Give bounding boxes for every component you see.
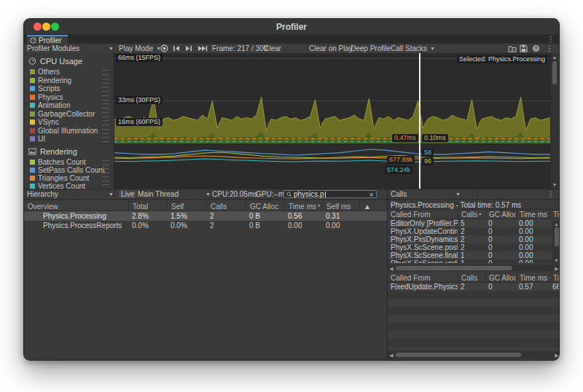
toolbar-menu-icon[interactable]: ⋮	[546, 44, 553, 53]
column-warning[interactable]: ▲	[359, 201, 387, 211]
legend-item-animation[interactable]: Animation	[24, 101, 114, 109]
play-mode-dropdown[interactable]: Play Mode▼	[119, 44, 161, 53]
legend-item-others[interactable]: Others	[24, 68, 114, 76]
table-row[interactable]: Physics.Processing 2.8%1.5% 20 B 0.560.3…	[24, 211, 387, 221]
calls-to-hscrollbar[interactable]: ◀ ▶	[388, 351, 560, 358]
save-profile-button[interactable]	[520, 44, 528, 53]
drag-handle-icon[interactable]	[102, 176, 109, 181]
rendering-chart[interactable]	[114, 144, 550, 189]
deep-profile-toggle[interactable]: Deep Profile	[351, 44, 391, 53]
called-from-hscrollbar[interactable]: ◀ ▶	[388, 264, 560, 271]
module-header-rendering[interactable]: Rendering	[24, 146, 114, 157]
table-row[interactable]: PhysX.ScScene.finalizatic100.00	[388, 251, 560, 259]
drag-handle-icon[interactable]	[102, 160, 109, 165]
module-header-cpu[interactable]: CPU Usage	[24, 55, 114, 66]
drag-handle-icon[interactable]	[102, 120, 109, 125]
column-called-from[interactable]: Called From	[388, 273, 458, 282]
live-toggle[interactable]: Live	[119, 190, 136, 198]
hierarchy-mode-dropdown[interactable]: Hierarchy	[27, 189, 58, 199]
table-row[interactable]: FixedUpdate.PhysicsFixec2 00.57 66	[388, 283, 560, 291]
table-row[interactable]: PhysX.ScScene.postSolve200.00	[388, 243, 560, 251]
column-time-ms[interactable]: Time ms	[516, 210, 549, 219]
clear-search-icon[interactable]: ✕	[369, 192, 374, 198]
chart-area[interactable]: 66ms (15FPS) 33ms (30FPS) 16ms (60FPS) S…	[114, 53, 550, 189]
tab-profiler[interactable]: Profiler	[27, 35, 68, 44]
record-button[interactable]	[160, 44, 168, 53]
search-field[interactable]: physics.p ✕	[283, 190, 377, 198]
table-row[interactable]: EditorOnly [Profiler.ParseT500.00	[388, 219, 560, 227]
legend-item-batches[interactable]: Batches Count	[24, 158, 114, 166]
column-called-from[interactable]: Called From	[388, 210, 458, 219]
column-gc-alloc[interactable]: GC Alloc	[246, 201, 284, 211]
legend-item-vsync[interactable]: VSync	[24, 118, 114, 126]
drag-handle-icon[interactable]	[102, 137, 109, 142]
profiler-modules-dropdown[interactable]: Profiler Modules	[27, 44, 79, 53]
scroll-up-icon[interactable]: ▲	[551, 55, 558, 60]
legend-item-ui[interactable]: UI	[24, 135, 114, 143]
legend-item-triangles[interactable]: Triangles Count	[24, 174, 114, 182]
desktop-background: Profiler Profiler ⋮ Profiler Modules ▼ P…	[0, 0, 583, 392]
scrollbar-thumb[interactable]	[396, 266, 512, 270]
column-ti[interactable]: Ti	[549, 210, 560, 219]
scroll-down-icon[interactable]: ▼	[552, 258, 560, 263]
clear-button[interactable]: Clear	[264, 44, 281, 53]
column-calls[interactable]: Calls▴	[458, 210, 485, 219]
called-from-rows: EditorOnly [Profiler.ParseT500.00 PhysX.…	[388, 219, 560, 263]
column-calls[interactable]: Calls	[206, 201, 246, 211]
table-row[interactable]: Physics.ProcessReports 0.0%0.0% 20 B 0.0…	[24, 221, 387, 230]
column-self-ms[interactable]: Self ms	[322, 201, 359, 211]
column-ti[interactable]: Ti	[549, 273, 560, 282]
details-view-dropdown[interactable]: Calls	[391, 189, 407, 199]
column-self[interactable]: Self	[167, 201, 206, 211]
call-stacks-dropdown[interactable]: Call Stacks▼	[391, 44, 435, 53]
drag-handle-icon[interactable]	[102, 129, 109, 134]
tabbar-menu-icon[interactable]: ⋮	[547, 36, 555, 43]
called-from-vscrollbar[interactable]: ▲ ▼	[552, 221, 560, 264]
scroll-right-icon[interactable]: ▶	[554, 266, 560, 272]
next-frame-button[interactable]	[185, 44, 192, 53]
column-total[interactable]: Total	[128, 201, 167, 211]
thread-dropdown[interactable]: Main Thread	[138, 189, 179, 199]
selected-frame-line[interactable]	[419, 53, 420, 189]
legend-item-global-illumination[interactable]: Global Illumination	[24, 127, 114, 135]
scroll-left-icon[interactable]: ◀	[388, 266, 394, 272]
column-time-ms[interactable]: Time ms▾	[284, 201, 322, 211]
prev-frame-button[interactable]	[173, 44, 180, 53]
drag-handle-icon[interactable]	[102, 87, 109, 92]
legend-item-setpass[interactable]: SetPass Calls Count	[24, 166, 114, 174]
details-menu-icon[interactable]: ⋮	[547, 189, 555, 199]
cpu-usage-chart[interactable]	[114, 53, 550, 144]
table-row[interactable]: PhysX.UpdateContinuatio200.00	[388, 227, 560, 235]
scroll-up-icon[interactable]: ▲	[552, 222, 560, 227]
table-row[interactable]: PhysX.PxsDynamics.creat200.00	[388, 235, 560, 243]
legend-item-rendering[interactable]: Rendering	[24, 77, 114, 85]
current-frame-button[interactable]	[197, 44, 208, 53]
column-time-ms[interactable]: Time ms▴	[516, 273, 549, 282]
column-overview[interactable]: Overview	[24, 201, 128, 211]
clear-on-play-toggle[interactable]: Clear on Play	[309, 44, 353, 53]
search-input-value[interactable]: physics.p	[294, 190, 324, 198]
load-profile-button[interactable]	[508, 44, 517, 53]
table-row[interactable]: PhysX.ScScene.updateCC100.00	[388, 259, 560, 263]
scrollbar-thumb[interactable]	[396, 353, 521, 357]
scroll-down-icon[interactable]: ▼	[551, 182, 558, 187]
legend-item-scripts[interactable]: Scripts	[24, 85, 114, 93]
drag-handle-icon[interactable]	[102, 112, 109, 117]
drag-handle-icon[interactable]	[102, 95, 109, 101]
drag-handle-icon[interactable]	[102, 70, 109, 75]
legend-item-garbagecollector[interactable]: GarbageCollector	[24, 110, 114, 118]
scroll-left-icon[interactable]: ◀	[388, 353, 394, 358]
drag-handle-icon[interactable]	[102, 79, 109, 84]
column-calls[interactable]: Calls	[458, 273, 485, 282]
scroll-right-icon[interactable]: ▶	[554, 353, 560, 358]
charts-scrollbar[interactable]: ▲ ▼	[550, 53, 558, 189]
scrollbar-thumb[interactable]	[555, 227, 559, 246]
cpu-time-label: CPU:20.05ms	[212, 189, 257, 199]
scrollbar-thumb[interactable]	[552, 61, 557, 85]
drag-handle-icon[interactable]	[102, 168, 109, 173]
column-gc-alloc[interactable]: GC Alloc	[485, 273, 516, 282]
help-icon[interactable]: ?	[532, 44, 540, 53]
legend-item-physics[interactable]: Physics	[24, 93, 114, 101]
column-gc-alloc[interactable]: GC Alloc	[485, 210, 516, 219]
drag-handle-icon[interactable]	[102, 103, 109, 109]
